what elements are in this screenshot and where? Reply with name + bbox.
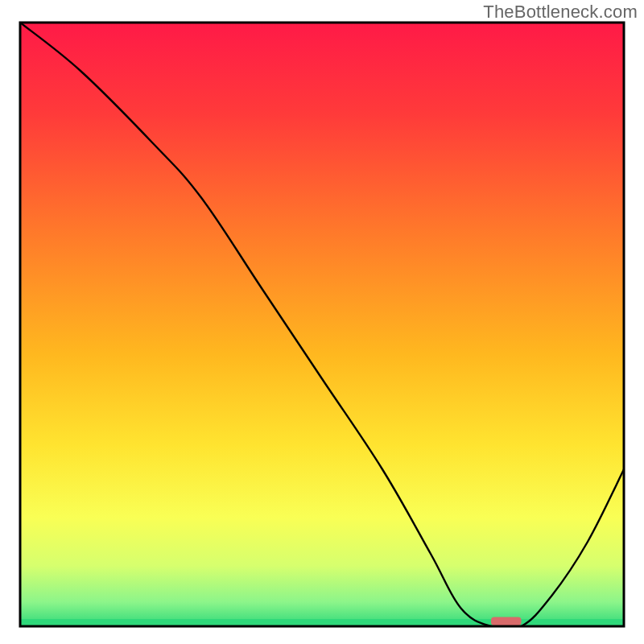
bottleneck-chart bbox=[0, 0, 644, 644]
chart-frame: TheBottleneck.com bbox=[0, 0, 644, 644]
gradient-background bbox=[20, 23, 624, 626]
optimal-marker bbox=[491, 617, 522, 626]
